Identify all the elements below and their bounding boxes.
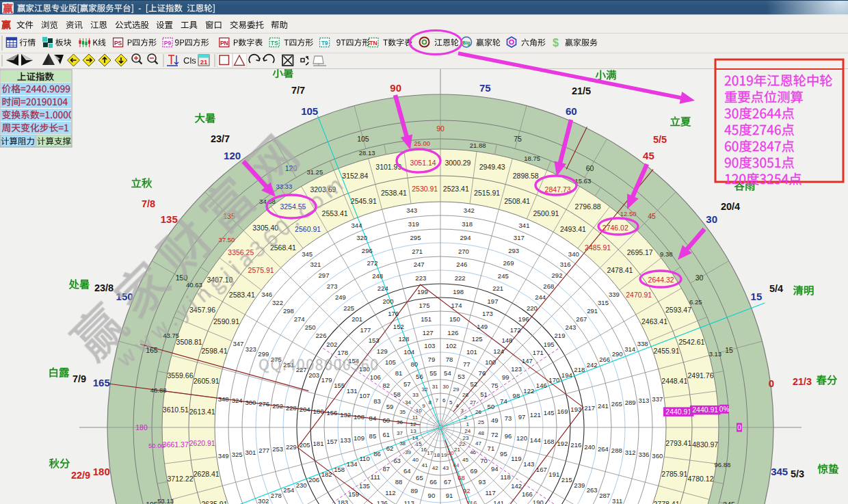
svg-text:145: 145 [544, 409, 555, 416]
svg-text:62: 62 [386, 445, 394, 452]
svg-text:345: 345 [771, 466, 788, 477]
svg-text:88: 88 [395, 478, 403, 486]
svg-text:244: 244 [535, 293, 546, 301]
svg-text:296: 296 [362, 247, 373, 254]
svg-text:135: 135 [161, 213, 178, 225]
svg-text:230: 230 [296, 481, 307, 489]
svg-text:3356.25: 3356.25 [228, 248, 254, 256]
svg-text:2593.47: 2593.47 [665, 306, 691, 314]
svg-text:112: 112 [385, 489, 395, 496]
svg-text:267: 267 [576, 315, 587, 323]
svg-text:264: 264 [598, 445, 609, 453]
svg-text:292: 292 [552, 271, 563, 279]
svg-text:102: 102 [446, 342, 457, 349]
svg-text:83: 83 [373, 397, 381, 405]
svg-text:252: 252 [272, 402, 283, 410]
svg-text:315: 315 [598, 299, 609, 306]
svg-text:176: 176 [388, 310, 399, 317]
svg-text:2746.02: 2746.02 [602, 224, 628, 232]
svg-text:197: 197 [488, 297, 499, 305]
svg-text:55: 55 [429, 369, 437, 377]
svg-text:220: 220 [527, 304, 538, 312]
svg-text:40: 40 [412, 457, 419, 463]
svg-text:173: 173 [482, 310, 493, 317]
svg-text:324: 324 [232, 397, 243, 404]
svg-text:157: 157 [326, 438, 337, 445]
svg-text:165: 165 [93, 377, 110, 388]
svg-text:150: 150 [449, 315, 460, 323]
svg-text:29: 29 [453, 386, 460, 393]
svg-text:93: 93 [479, 478, 486, 486]
svg-text:50.00: 50.00 [148, 442, 165, 449]
svg-text:42: 42 [432, 465, 438, 471]
svg-text:348: 348 [218, 395, 229, 403]
svg-text:12.50: 12.50 [620, 210, 637, 217]
svg-text:36: 36 [397, 419, 403, 425]
svg-text:167: 167 [536, 466, 547, 473]
svg-text:90: 90 [390, 82, 401, 94]
svg-text:5: 5 [449, 399, 453, 406]
svg-text:37.50: 37.50 [219, 236, 235, 243]
svg-text:40.63: 40.63 [186, 281, 202, 289]
svg-text:22/9: 22/9 [71, 470, 90, 481]
svg-text:85: 85 [369, 432, 377, 440]
svg-text:33: 33 [412, 392, 419, 398]
svg-text:269: 269 [503, 259, 514, 267]
svg-text:106: 106 [370, 373, 381, 381]
svg-text:89: 89 [410, 487, 418, 494]
svg-text:122: 122 [523, 387, 534, 395]
svg-text:57: 57 [403, 380, 411, 388]
svg-text:2590.91: 2590.91 [213, 317, 239, 326]
svg-text:46: 46 [470, 449, 476, 455]
svg-text:104: 104 [403, 348, 414, 356]
svg-text:2560.91: 2560.91 [295, 225, 321, 233]
svg-text:314: 314 [624, 345, 635, 353]
svg-text:82: 82 [382, 382, 390, 389]
svg-text:22: 22 [459, 441, 465, 447]
svg-text:18.75: 18.75 [524, 155, 540, 162]
svg-text:25: 25 [478, 419, 484, 425]
svg-text:148: 148 [501, 336, 512, 344]
svg-text:T9: T9 [321, 40, 328, 47]
svg-text:143: 143 [523, 460, 534, 468]
svg-text:7/7: 7/7 [291, 85, 305, 96]
svg-text:91: 91 [446, 492, 453, 499]
svg-text:298: 298 [283, 307, 294, 315]
svg-text:86: 86 [373, 450, 381, 457]
svg-text:219: 219 [555, 332, 566, 339]
svg-text:19: 19 [441, 452, 447, 458]
svg-text:2583.41: 2583.41 [229, 291, 255, 299]
svg-text:2500.91: 2500.91 [533, 209, 559, 217]
svg-text:94: 94 [491, 465, 499, 473]
svg-text:248: 248 [372, 272, 383, 280]
svg-text:196: 196 [518, 315, 529, 323]
svg-text:78: 78 [446, 356, 453, 363]
svg-text:74: 74 [500, 397, 507, 405]
svg-text:271: 271 [412, 248, 423, 255]
svg-text:56: 56 [416, 373, 423, 380]
svg-text:2515.91: 2515.91 [474, 189, 500, 197]
svg-text:113: 113 [404, 499, 414, 504]
svg-text:302: 302 [258, 497, 269, 504]
svg-text:1: 1 [466, 421, 469, 427]
svg-text:181: 181 [313, 440, 324, 447]
svg-text:151: 151 [421, 315, 432, 323]
svg-text:2: 2 [464, 414, 468, 421]
svg-text:73: 73 [505, 414, 512, 422]
svg-text:10: 10 [416, 408, 422, 414]
svg-text:70: 70 [480, 457, 488, 464]
svg-text:278: 278 [271, 492, 282, 499]
svg-text:0: 0 [769, 377, 774, 389]
svg-text:243: 243 [565, 323, 576, 331]
svg-text:152: 152 [393, 323, 404, 330]
svg-text:48: 48 [478, 430, 484, 436]
svg-text:32: 32 [422, 386, 428, 393]
svg-text:117: 117 [486, 489, 496, 496]
svg-text:16: 16 [421, 447, 427, 453]
svg-text:2523.41: 2523.41 [443, 185, 469, 193]
svg-text:277: 277 [259, 447, 269, 454]
svg-text:263: 263 [587, 486, 598, 494]
svg-text:318: 318 [462, 220, 473, 228]
svg-text:241: 241 [598, 402, 609, 410]
svg-text:2448.41: 2448.41 [661, 377, 687, 385]
